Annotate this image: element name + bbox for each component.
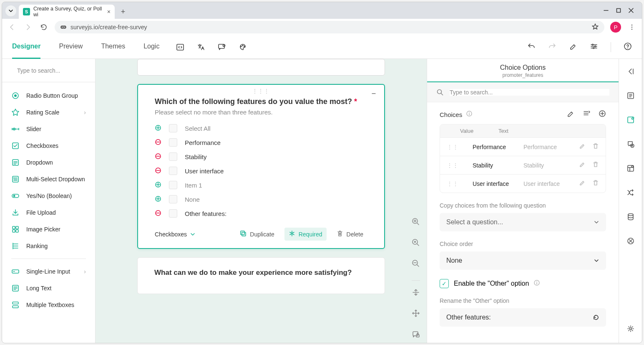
close-window-icon[interactable]: [629, 7, 634, 15]
drag-handle-icon[interactable]: ⋮⋮⋮: [252, 88, 270, 94]
forward-icon[interactable]: [23, 22, 33, 32]
tab-logic[interactable]: Logic: [143, 36, 159, 59]
expand-panel-icon[interactable]: [626, 67, 635, 77]
add-icon[interactable]: [155, 195, 161, 203]
redo-icon[interactable]: [548, 42, 556, 52]
choice-text[interactable]: Performance: [185, 139, 221, 146]
fit-height-icon[interactable]: [412, 280, 420, 298]
choice-row[interactable]: None: [155, 195, 367, 203]
layout-icon[interactable]: [626, 164, 635, 174]
reset-icon[interactable]: [593, 314, 599, 321]
copy-source-select[interactable]: Select a question...: [440, 213, 606, 231]
lock-icon[interactable]: [412, 330, 420, 340]
json-editor-icon[interactable]: [176, 43, 184, 51]
choice-table-row[interactable]: ⋮⋮User interfaceUser interface: [440, 174, 606, 193]
collapse-icon[interactable]: –: [372, 89, 376, 98]
choice-text[interactable]: None: [185, 196, 200, 203]
tool-item[interactable]: Yes/No (Boolean): [2, 188, 95, 204]
validation-icon[interactable]: [626, 140, 635, 150]
close-icon[interactable]: ×: [107, 8, 111, 15]
delete-icon[interactable]: [592, 161, 599, 169]
theme-icon[interactable]: [239, 43, 247, 51]
undo-icon[interactable]: [527, 42, 536, 52]
bookmark-icon[interactable]: [592, 23, 599, 31]
choice-text[interactable]: Stability: [523, 162, 579, 169]
tool-item[interactable]: Multiple Textboxes: [2, 297, 95, 313]
choice-value[interactable]: User interface: [465, 180, 523, 187]
choice-text[interactable]: Stability: [185, 153, 207, 160]
choice-row[interactable]: Other features:: [155, 209, 367, 218]
move-icon[interactable]: [412, 309, 420, 319]
choice-text[interactable]: User interface: [185, 167, 224, 175]
toolbox-search-input[interactable]: [17, 67, 90, 74]
choice-row[interactable]: Select All: [155, 124, 367, 132]
choice-table-row[interactable]: ⋮⋮StabilityStability: [440, 156, 606, 174]
choice-table-row[interactable]: ⋮⋮PerformancePerformance: [440, 137, 606, 156]
choice-text[interactable]: Other features:: [185, 210, 226, 217]
delete-icon[interactable]: [592, 143, 599, 151]
tool-item[interactable]: Rating Scale›: [2, 104, 95, 121]
drag-handle-icon[interactable]: ⋮⋮: [440, 162, 465, 169]
choice-row[interactable]: Item 1: [155, 181, 367, 189]
tool-item[interactable]: Slider: [2, 121, 95, 137]
choice-text[interactable]: Select All: [185, 125, 211, 132]
profile-avatar[interactable]: P: [610, 22, 621, 33]
next-question-card[interactable]: What can we do to make your experience m…: [137, 257, 385, 294]
browser-menu-icon[interactable]: [627, 22, 637, 32]
tool-item[interactable]: Multi-Select Dropdown: [2, 171, 95, 188]
drag-handle-icon[interactable]: ⋮⋮: [440, 144, 465, 150]
choice-order-select[interactable]: None: [440, 251, 606, 270]
edit-icon[interactable]: [579, 143, 586, 151]
drag-handle-icon[interactable]: ⋮⋮: [440, 180, 465, 187]
question-title[interactable]: What can we do to make your experience m…: [154, 269, 368, 277]
edit-icon[interactable]: [579, 180, 586, 188]
duplicate-button[interactable]: Duplicate: [236, 228, 278, 241]
remove-icon[interactable]: [155, 210, 161, 218]
remove-icon[interactable]: [155, 167, 161, 175]
question-card[interactable]: ⋮⋮⋮ – Which of the following features do…: [137, 84, 385, 249]
remove-icon[interactable]: [155, 139, 161, 147]
remove-icon[interactable]: [155, 153, 161, 161]
chat-icon[interactable]: [218, 43, 226, 51]
choice-row[interactable]: User interface: [155, 167, 367, 175]
minimize-icon[interactable]: [604, 7, 609, 15]
tab-preview[interactable]: Preview: [59, 36, 83, 59]
logic-icon[interactable]: [626, 188, 635, 198]
maximize-icon[interactable]: [616, 7, 621, 15]
translation-icon[interactable]: [197, 43, 205, 51]
question-type-select[interactable]: Checkboxes: [155, 231, 195, 238]
reload-icon[interactable]: [39, 22, 49, 32]
edit-icon[interactable]: [579, 161, 586, 169]
add-icon[interactable]: [155, 181, 161, 189]
back-icon[interactable]: [7, 22, 17, 32]
choice-row[interactable]: Performance: [155, 138, 367, 147]
new-tab-button[interactable]: +: [117, 6, 129, 18]
choice-text[interactable]: User interface: [523, 180, 579, 187]
tab-search-icon[interactable]: [5, 5, 16, 16]
zoom-out-icon[interactable]: [412, 259, 420, 269]
tool-item[interactable]: Single-Line Input›: [2, 263, 95, 280]
tool-item[interactable]: Image Picker: [2, 221, 95, 238]
add-choice-icon[interactable]: [599, 110, 606, 119]
tool-item[interactable]: Radio Button Group: [2, 87, 95, 104]
choice-row[interactable]: Stability: [155, 152, 367, 161]
tool-item[interactable]: Checkboxes: [2, 137, 95, 154]
choice-text[interactable]: Item 1: [185, 182, 202, 189]
tab-themes[interactable]: Themes: [101, 36, 125, 59]
tool-item[interactable]: Ranking: [2, 238, 95, 254]
batch-edit-icon[interactable]: [583, 110, 590, 119]
gear-icon[interactable]: [626, 325, 635, 335]
prev-card[interactable]: [137, 59, 385, 76]
tool-item[interactable]: Long Text: [2, 280, 95, 297]
tab-designer[interactable]: Designer: [12, 36, 40, 59]
required-button[interactable]: Required: [284, 228, 327, 241]
settings-icon[interactable]: [590, 42, 598, 52]
question-title[interactable]: Which of the following features do you v…: [155, 97, 367, 106]
tool-item[interactable]: Dropdown: [2, 154, 95, 171]
choice-value[interactable]: Performance: [465, 144, 523, 150]
props-search-input[interactable]: [450, 89, 609, 96]
zoom-in-icon[interactable]: [412, 218, 420, 228]
help-icon[interactable]: [624, 42, 632, 52]
question-description[interactable]: Please select no more than three feature…: [155, 109, 367, 116]
data-icon[interactable]: [626, 213, 635, 223]
